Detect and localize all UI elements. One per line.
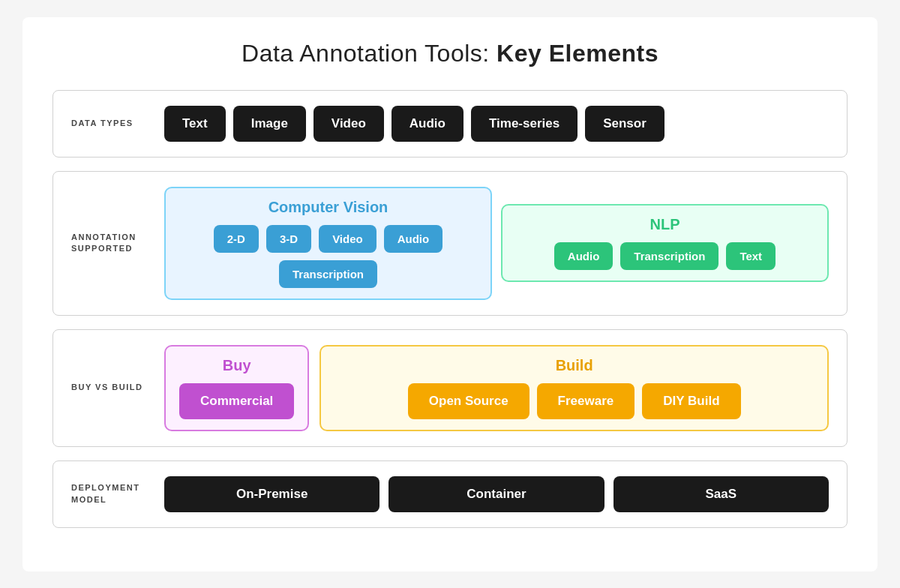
deployment-badge-container: Container [388, 476, 604, 512]
build-badges: Open Source Freeware DIY Build [408, 383, 741, 419]
nlp-badges: Audio Transcription Text [554, 242, 776, 270]
cv-badge-3d: 3-D [266, 225, 311, 253]
badge-text: Text [164, 106, 226, 142]
badge-video: Video [314, 106, 384, 142]
deployment-label: DEPLOYMENTMODEL [71, 482, 146, 506]
page-container: Data Annotation Tools: Key Elements DATA… [22, 17, 878, 572]
cv-badges: 2-D 3-D Video Audio Transcription [179, 225, 477, 288]
data-types-label: DATA TYPES [71, 118, 146, 129]
nlp-badge-transcription: Transcription [620, 242, 718, 270]
page-title: Data Annotation Tools: Key Elements [52, 40, 848, 68]
deployment-section: DEPLOYMENTMODEL On-Premise Container Saa… [52, 460, 848, 528]
annotation-label: ANNOTATIONSUPPORTED [71, 232, 146, 255]
nlp-badge-text: Text [726, 242, 776, 270]
data-types-content: Text Image Video Audio Time-series Senso… [164, 106, 829, 142]
annotation-section: ANNOTATIONSUPPORTED Computer Vision 2-D … [52, 171, 848, 316]
cv-badge-2d: 2-D [214, 225, 259, 253]
buy-badge-commercial: Commercial [179, 383, 294, 419]
cv-badge-video: Video [319, 225, 376, 253]
build-badge-opensource: Open Source [408, 383, 530, 419]
cv-title: Computer Vision [268, 199, 388, 216]
buy-badges: Commercial [179, 383, 294, 419]
deployment-badge-onpremise: On-Premise [164, 476, 380, 512]
nlp-group: NLP Audio Transcription Text [501, 204, 829, 282]
annotation-content: Computer Vision 2-D 3-D Video Audio Tran… [164, 187, 829, 300]
nlp-badge-audio: Audio [554, 242, 614, 270]
buy-group: Buy Commercial [164, 345, 309, 431]
build-badge-diybuild: DIY Build [642, 383, 740, 419]
badge-sensor: Sensor [585, 106, 664, 142]
cv-badge-audio: Audio [384, 225, 443, 253]
deployment-content: On-Premise Container SaaS [164, 476, 829, 512]
nlp-title: NLP [650, 216, 680, 233]
buybuild-content: Buy Commercial Build Open Source Freewar… [164, 345, 829, 431]
badge-audio: Audio [392, 106, 464, 142]
cv-badge-transcription: Transcription [279, 260, 377, 288]
badge-image: Image [233, 106, 306, 142]
build-badge-freeware: Freeware [537, 383, 635, 419]
data-types-section: DATA TYPES Text Image Video Audio Time-s… [52, 90, 848, 158]
buybuild-section: BUY VS BUILD Buy Commercial Build Open S… [52, 329, 848, 447]
badge-timeseries: Time-series [471, 106, 578, 142]
buy-title: Buy [223, 357, 251, 374]
buybuild-label: BUY VS BUILD [71, 382, 146, 393]
build-title: Build [556, 357, 593, 374]
deployment-badge-saas: SaaS [614, 476, 829, 512]
cv-group: Computer Vision 2-D 3-D Video Audio Tran… [164, 187, 492, 300]
build-group: Build Open Source Freeware DIY Build [320, 345, 829, 431]
